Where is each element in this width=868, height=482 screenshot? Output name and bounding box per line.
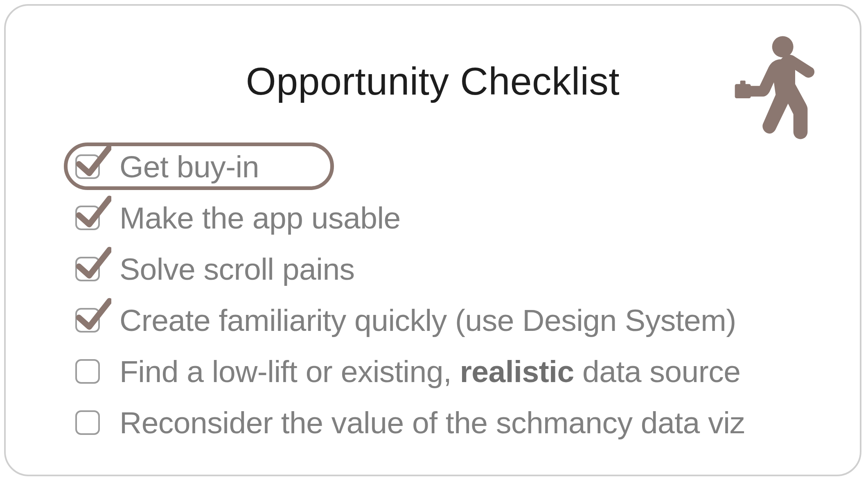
svg-rect-1 bbox=[735, 84, 751, 98]
checkmark-icon bbox=[74, 195, 111, 232]
checkbox bbox=[75, 206, 100, 230]
svg-point-0 bbox=[772, 36, 794, 57]
checkmark-icon bbox=[74, 246, 111, 283]
checkbox bbox=[75, 410, 100, 435]
checklist-item: Create familiarity quickly (use Design S… bbox=[75, 294, 812, 346]
checklist-item: Find a low-lift or existing, realistic d… bbox=[75, 346, 812, 397]
checkbox bbox=[75, 257, 100, 281]
checklist-item: Solve scroll pains bbox=[75, 243, 812, 294]
checklist-item: Reconsider the value of the schmancy dat… bbox=[75, 397, 812, 448]
checkmark-icon bbox=[74, 144, 111, 181]
checklist-item-label: Get buy-in bbox=[119, 149, 259, 184]
checklist-item-label: Solve scroll pains bbox=[119, 251, 355, 287]
svg-rect-2 bbox=[740, 81, 746, 86]
checkbox bbox=[75, 154, 100, 179]
checkbox bbox=[75, 308, 100, 333]
checklist-item-label: Find a low-lift or existing, realistic d… bbox=[119, 354, 740, 389]
checklist-item-label: Make the app usable bbox=[119, 200, 401, 235]
checkbox bbox=[75, 359, 100, 384]
checklist-item-label: Create familiarity quickly (use Design S… bbox=[119, 303, 736, 338]
checklist-item: Make the app usable bbox=[75, 192, 812, 243]
checkmark-icon bbox=[74, 297, 111, 334]
slide-card: Opportunity Checklist Get buy-inMake the… bbox=[4, 4, 861, 476]
walking-businessperson-icon bbox=[729, 34, 819, 141]
checklist-item: Get buy-in bbox=[75, 141, 812, 192]
checklist-item-label: Reconsider the value of the schmancy dat… bbox=[119, 405, 745, 440]
checklist: Get buy-inMake the app usableSolve scrol… bbox=[75, 141, 812, 448]
